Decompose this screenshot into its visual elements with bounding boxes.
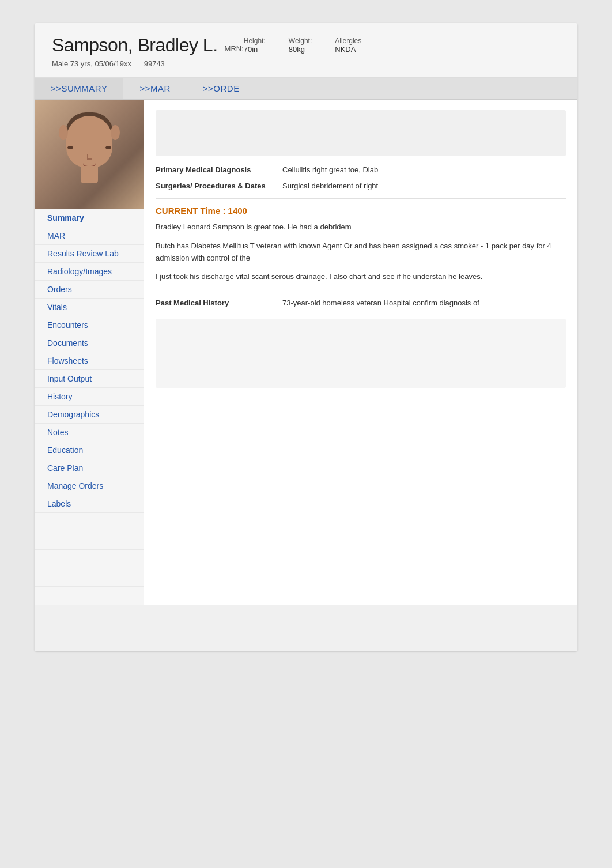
surgeries-row: Surgeries/ Procedures & Dates Surgical d…: [156, 180, 566, 192]
nose: [87, 154, 92, 160]
past-history-row: Past Medical History 73-year-old homeles…: [156, 297, 566, 310]
patient-photo: [35, 100, 144, 209]
footer-spacer: [35, 605, 577, 651]
sidebar-nav: Summary MAR Results Review Lab Radiology…: [35, 209, 144, 605]
primary-dx-row: Primary Medical Diagnosis Cellulitis rig…: [156, 164, 566, 176]
allergies-label: Allergies: [335, 37, 361, 45]
narrative-3: I just took his discharge vital scant se…: [156, 271, 566, 283]
mrn-label: MRN:: [225, 44, 244, 53]
sidebar-item-summary[interactable]: Summary: [35, 209, 144, 227]
sidebar-empty-3: [35, 550, 144, 568]
patient-header: Sampson, Bradley L. MRN: Male 73 yrs, 05…: [35, 23, 577, 78]
patient-name: Sampson, Bradley L.: [52, 35, 218, 56]
sidebar-item-radiology-images[interactable]: Radiology/Images: [35, 263, 144, 281]
neck: [81, 166, 98, 183]
sidebar-item-notes[interactable]: Notes: [35, 424, 144, 441]
sidebar-item-education[interactable]: Education: [35, 441, 144, 459]
sidebar-item-orders[interactable]: Orders: [35, 281, 144, 299]
main-card: Sampson, Bradley L. MRN: Male 73 yrs, 05…: [35, 23, 577, 651]
ear-left: [59, 125, 68, 140]
sidebar-item-care-plan[interactable]: Care Plan: [35, 459, 144, 477]
height-label: Height:: [244, 37, 266, 45]
mrn-value: 99743: [144, 59, 165, 68]
sidebar-item-input-output[interactable]: Input Output: [35, 370, 144, 388]
eye-right: [67, 146, 73, 149]
summary-content: Primary Medical Diagnosis Cellulitis rig…: [144, 100, 577, 398]
bottom-spacer-box: [156, 319, 566, 388]
sidebar-item-manage-orders[interactable]: Manage Orders: [35, 477, 144, 495]
surgeries-value: Surgical debridement of right: [282, 180, 378, 192]
divider-2: [156, 290, 566, 290]
left-column: Summary MAR Results Review Lab Radiology…: [35, 100, 144, 605]
eye-left: [105, 146, 111, 149]
sidebar-empty-4: [35, 568, 144, 587]
current-time-label: CURRENT Time : 1400: [156, 206, 566, 216]
sidebar-item-documents[interactable]: Documents: [35, 334, 144, 352]
sidebar-empty-5: [35, 587, 144, 605]
sidebar-item-labels[interactable]: Labels: [35, 495, 144, 513]
sidebar-item-demographics[interactable]: Demographics: [35, 406, 144, 424]
sidebar-empty-1: [35, 513, 144, 531]
narrative-1: Bradley Leonard Sampson is great toe. He…: [156, 221, 566, 233]
sidebar-empty-2: [35, 531, 144, 550]
sidebar-item-results-review-lab[interactable]: Results Review Lab: [35, 245, 144, 263]
tab-summary[interactable]: >>SUMMARY: [35, 78, 123, 99]
tab-bar: >>SUMMARY >>MAR >>ORDE: [35, 78, 577, 100]
face-shape: [66, 116, 112, 168]
surgeries-label: Surgeries/ Procedures & Dates: [156, 180, 282, 192]
sidebar-item-flowsheets[interactable]: Flowsheets: [35, 352, 144, 370]
body-layout: Summary MAR Results Review Lab Radiology…: [35, 100, 577, 605]
sidebar-item-history[interactable]: History: [35, 388, 144, 406]
content-area: Primary Medical Diagnosis Cellulitis rig…: [144, 100, 577, 605]
primary-dx-value: Cellulitis right great toe, Diab: [282, 164, 378, 176]
height-value: 70in: [244, 45, 266, 54]
summary-box-top: [156, 110, 566, 156]
weight-value: 80kg: [289, 45, 312, 54]
allergies-value: NKDA: [335, 45, 361, 54]
primary-dx-label: Primary Medical Diagnosis: [156, 164, 282, 176]
tab-mar[interactable]: >>MAR: [123, 78, 186, 99]
narrative-2: Butch has Diabetes Mellitus T veteran wi…: [156, 240, 566, 265]
divider-1: [156, 198, 566, 199]
sidebar-item-mar[interactable]: MAR: [35, 227, 144, 245]
ear-right: [111, 125, 120, 140]
outer-wrapper: Sampson, Bradley L. MRN: Male 73 yrs, 05…: [0, 0, 612, 868]
past-history-value: 73-year-old homeless veteran Hospital co…: [282, 297, 479, 310]
weight-label: Weight:: [289, 37, 312, 45]
tab-orders[interactable]: >>ORDE: [187, 78, 256, 99]
sidebar-item-encounters[interactable]: Encounters: [35, 316, 144, 334]
past-history-label: Past Medical History: [156, 297, 282, 310]
patient-demographics: Male 73 yrs, 05/06/19xx: [52, 59, 131, 68]
sidebar-item-vitals[interactable]: Vitals: [35, 299, 144, 316]
